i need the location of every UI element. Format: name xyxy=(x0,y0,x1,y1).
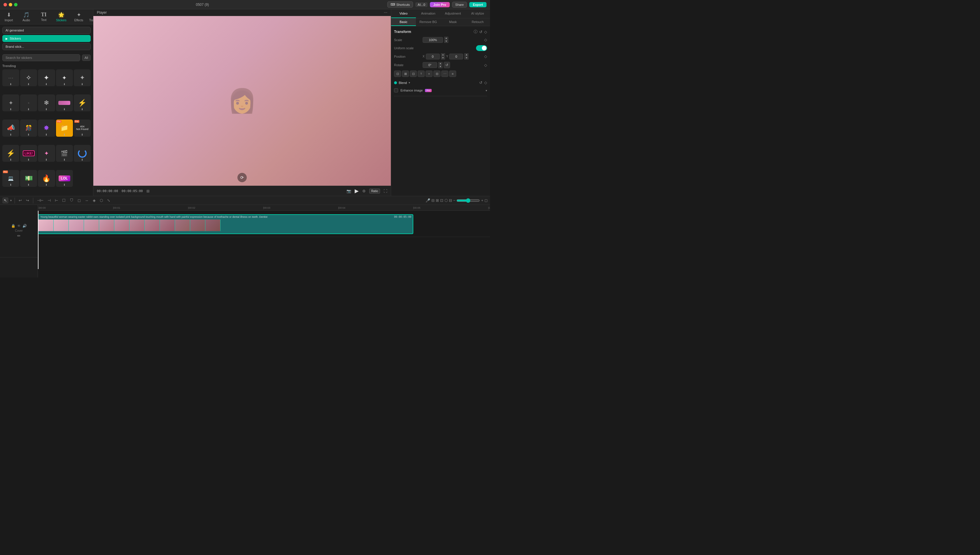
sticker-item[interactable]: 🎊 ⬇ xyxy=(20,120,37,136)
sticker-item[interactable]: ✦ ⬇ xyxy=(38,145,55,162)
close-button[interactable] xyxy=(3,3,7,6)
video-clip[interactable]: Young beautiful woman wearing easter rab… xyxy=(38,214,413,234)
track-audio-icon[interactable]: 🔊 xyxy=(22,224,27,228)
subtab-basic[interactable]: Basic xyxy=(391,18,416,26)
sticker-item[interactable]: 🔥 ⬇ xyxy=(38,170,55,187)
sticker-item[interactable]: ✦ ⬇ xyxy=(20,95,37,111)
scale-keyframe-icon[interactable]: ◇ xyxy=(484,38,487,42)
timeline-tool-4[interactable]: ⬡ xyxy=(445,198,448,202)
align-center-h-button[interactable]: ⊠ xyxy=(402,71,409,77)
minimize-button[interactable] xyxy=(9,3,12,6)
scale-up-button[interactable]: ▲ xyxy=(444,37,448,40)
undo-button[interactable]: ↩ xyxy=(17,197,23,204)
disable-button[interactable]: ◻ xyxy=(76,197,82,204)
timeline-tool-3[interactable]: ⊡ xyxy=(440,198,443,202)
screenshot-button[interactable]: 📷 xyxy=(347,189,351,193)
trim-out-button[interactable]: ⊢ xyxy=(53,197,59,204)
toolbar-effects[interactable]: ✦ Effects xyxy=(70,11,87,23)
sticker-item[interactable]: ⚡ ⬇ xyxy=(2,145,19,162)
track-eye-icon[interactable]: 👁 xyxy=(17,224,21,228)
filter-button[interactable]: All xyxy=(82,55,91,61)
sidebar-tab-stickers[interactable]: ▶ Stickers xyxy=(2,35,91,42)
select-tool-button[interactable]: ↖ xyxy=(2,197,8,204)
transform-expand-icon[interactable]: ◇ xyxy=(484,29,487,34)
sticker-item[interactable]: ⚡ ⬇ xyxy=(74,95,91,111)
align-center-v-button[interactable]: + xyxy=(426,71,432,77)
toolbar-text[interactable]: TI Text xyxy=(35,11,53,23)
rotate-reset-button[interactable]: ↺ xyxy=(443,62,450,68)
track-edit-icon[interactable]: ✏ xyxy=(17,234,21,238)
sticker-item[interactable]: 404Not Found Pro ⬇ xyxy=(74,120,91,136)
sticker-item[interactable]: 💵 ⬇ xyxy=(20,170,37,187)
pos-x-down[interactable]: ▼ xyxy=(441,56,445,59)
subtab-retouch[interactable]: Retouch xyxy=(465,18,490,26)
pos-y-down[interactable]: ▼ xyxy=(464,56,468,59)
sticker-item[interactable]: ⬇ xyxy=(74,145,91,162)
tab-animation[interactable]: Animation xyxy=(416,9,441,18)
align-right-top-button[interactable]: ⊡ xyxy=(410,71,417,77)
subtab-remove-bg[interactable]: Remove BG xyxy=(416,18,441,26)
maximize-button[interactable] xyxy=(14,3,18,6)
sticker-item[interactable]: ✦ ⬇ xyxy=(2,95,19,111)
subtab-mask[interactable]: Mask xyxy=(441,18,466,26)
zoom-slider[interactable] xyxy=(456,198,480,203)
sidebar-tab-ai-generated[interactable]: AI generated xyxy=(2,27,91,34)
fullscreen-button[interactable]: ⛶ xyxy=(384,189,387,193)
timeline-tool-2[interactable]: ⊞ xyxy=(436,198,439,202)
rotate-up[interactable]: ▲ xyxy=(439,62,442,65)
scale-input[interactable] xyxy=(423,37,443,43)
search-input[interactable] xyxy=(2,54,80,61)
pos-x-input[interactable] xyxy=(426,54,440,59)
fit-button[interactable]: ◻ xyxy=(484,198,488,202)
mic-button[interactable]: 🎤 xyxy=(426,198,430,202)
resize-button[interactable]: ⤡ xyxy=(106,197,112,204)
rotate-input[interactable] xyxy=(423,62,437,68)
transform-reset-icon[interactable]: ↺ xyxy=(479,29,482,34)
split-button[interactable]: ⊣⊢ xyxy=(35,197,45,204)
sticker-item[interactable]: 💻 Pro ⬇ xyxy=(2,170,19,187)
toolbar-stickers[interactable]: 🌟 Stickers xyxy=(53,11,70,23)
uniform-scale-toggle[interactable] xyxy=(476,45,487,51)
blend-reset-icon[interactable]: ↺ xyxy=(479,80,482,85)
transform-info-icon[interactable]: ⓘ xyxy=(474,29,477,34)
align-stack-button[interactable]: ≡ xyxy=(449,71,456,77)
player-menu-icon[interactable]: ⋯ xyxy=(384,11,387,14)
enhance-checkbox[interactable] xyxy=(394,88,398,92)
join-pro-button[interactable]: Join Pro xyxy=(430,2,450,7)
sticker-item[interactable]: ✦ ⬇ xyxy=(38,69,55,86)
crop-button[interactable]: ⛉ xyxy=(68,197,75,204)
pos-x-up[interactable]: ▲ xyxy=(441,53,445,56)
trim-in-button[interactable]: ⊣ xyxy=(46,197,52,204)
position-keyframe-icon[interactable]: ◇ xyxy=(484,54,487,59)
align-text-button[interactable]: T xyxy=(418,71,425,77)
sticker-item[interactable]: 🎬 ⬇ xyxy=(56,145,73,162)
blend-keyframe-icon[interactable]: ◇ xyxy=(484,80,487,85)
ratio-button[interactable]: Ratio xyxy=(369,189,380,194)
toolbar-audio[interactable]: 🎵 Audio xyxy=(18,11,35,23)
sticker-item[interactable]: ✦ ⬇ xyxy=(56,69,73,86)
rotate-keyframe-icon[interactable]: ◇ xyxy=(484,63,487,67)
scale-down-button[interactable]: ▼ xyxy=(444,40,448,43)
pos-y-input[interactable] xyxy=(449,54,463,59)
sidebar-tab-brand-stickers[interactable]: Brand stick... xyxy=(2,43,91,50)
tab-video[interactable]: Video xyxy=(391,9,416,18)
zoom-out-button[interactable]: − xyxy=(453,198,456,202)
align-bottom-button[interactable]: ⊟ xyxy=(434,71,440,77)
tab-ai-stylize[interactable]: AI stylize xyxy=(465,9,490,18)
playhead[interactable] xyxy=(38,211,39,269)
sticker-item[interactable]: LIKE! ⬇ xyxy=(20,145,37,162)
track-lock-icon[interactable]: 🔒 xyxy=(11,224,16,228)
toolbar-import[interactable]: ⬇ Import xyxy=(0,11,18,23)
sticker-item[interactable]: LOL ⬇ xyxy=(56,170,73,187)
align-left-top-button[interactable]: ⊡ xyxy=(394,71,401,77)
sticker-item[interactable]: ✦ ⬇ xyxy=(74,69,91,86)
play-button[interactable]: ▶ xyxy=(355,188,359,194)
mask-button[interactable]: ◈ xyxy=(91,197,97,204)
align-more-button[interactable]: ⋯ xyxy=(441,71,448,77)
sticker-item[interactable]: 📣 ⬇ xyxy=(2,120,19,136)
timeline-tool-1[interactable]: ⊟ xyxy=(431,198,435,202)
tab-adjustment[interactable]: Adjustment xyxy=(441,9,466,18)
delete-button[interactable]: ☐ xyxy=(61,197,67,204)
zoom-in-button[interactable]: + xyxy=(481,198,483,202)
color-button[interactable]: ⬡ xyxy=(98,197,104,204)
